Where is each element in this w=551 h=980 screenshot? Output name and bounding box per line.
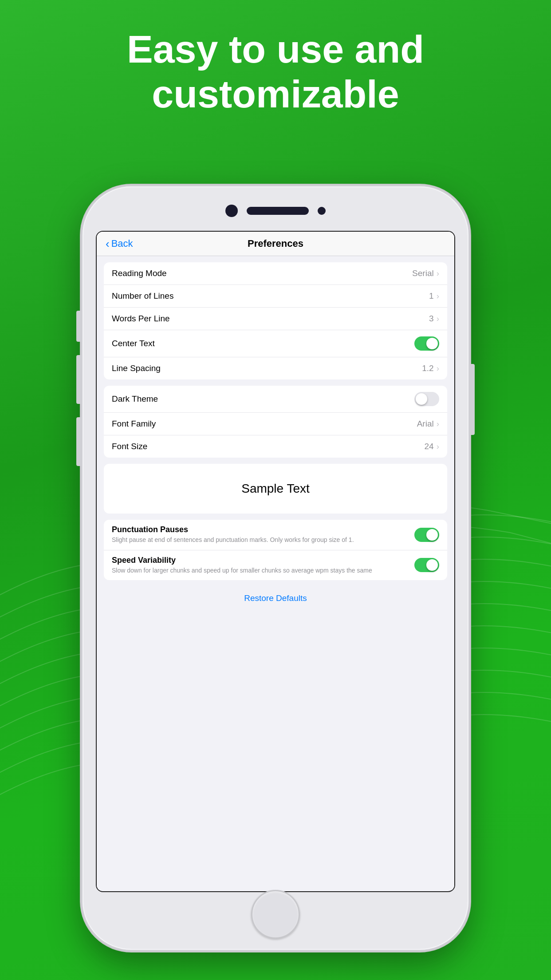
settings-group-2: Dark Theme Font Family Arial › Font S [104,386,447,458]
dark-theme-toggle[interactable] [414,392,439,406]
reading-mode-value: Serial › [412,269,439,278]
sample-text-box: Sample Text [104,464,447,514]
center-text-label: Center Text [112,339,155,348]
reading-mode-label: Reading Mode [112,269,167,278]
phone-camera [225,205,238,217]
number-of-lines-chevron-icon: › [437,291,439,301]
hero-title: Easy to use and customizable [0,27,551,116]
phone-screen: ‹ Back Preferences Reading Mode Serial › [96,231,455,892]
phone-power-button [468,364,475,435]
line-spacing-row[interactable]: Line Spacing 1.2 › [104,357,447,379]
speed-variability-label: Speed Variability [112,556,407,565]
phone-volume-up-button [76,355,83,404]
speed-variability-toggle-thumb [426,559,438,571]
font-size-label: Font Size [112,442,147,451]
reading-mode-chevron-icon: › [437,269,439,278]
words-per-line-row[interactable]: Words Per Line 3 › [104,308,447,330]
restore-defaults-section: Restore Defaults [97,586,454,610]
punctuation-pauses-toggle-thumb [426,529,438,541]
words-per-line-label: Words Per Line [112,314,170,324]
speed-variability-text: Speed Variability Slow down for larger c… [112,556,407,575]
font-family-chevron-icon: › [437,419,439,429]
speed-variability-desc: Slow down for larger chunks and speed up… [112,566,407,575]
line-spacing-value: 1.2 › [422,364,439,373]
words-per-line-chevron-icon: › [437,314,439,324]
font-size-value: 24 › [425,442,439,451]
phone-mockup: ‹ Back Preferences Reading Mode Serial › [83,186,468,950]
page-title: Preferences [248,238,303,249]
punctuation-pauses-label: Punctuation Pauses [112,525,407,534]
words-per-line-value: 3 › [429,314,439,324]
phone-mute-button [76,311,83,342]
number-of-lines-row[interactable]: Number of Lines 1 › [104,285,447,308]
back-label: Back [111,238,133,249]
back-button[interactable]: ‹ Back [106,238,133,249]
phone-shell: ‹ Back Preferences Reading Mode Serial › [83,186,468,950]
number-of-lines-label: Number of Lines [112,291,173,301]
punctuation-pauses-toggle[interactable] [414,528,439,542]
font-family-label: Font Family [112,419,156,429]
nav-bar: ‹ Back Preferences [97,232,454,256]
font-family-row[interactable]: Font Family Arial › [104,413,447,435]
back-chevron-icon: ‹ [106,238,110,249]
punctuation-pauses-desc: Slight pause at end of sentences and pun… [112,536,407,545]
center-text-row[interactable]: Center Text [104,330,447,357]
phone-speaker [247,207,309,215]
dark-theme-toggle-thumb [416,393,427,405]
punctuation-pauses-text: Punctuation Pauses Slight pause at end o… [112,525,407,545]
center-text-toggle-thumb [426,338,438,349]
restore-defaults-button[interactable]: Restore Defaults [244,593,307,603]
line-spacing-label: Line Spacing [112,364,161,373]
phone-home-button[interactable] [251,890,300,939]
speed-variability-toggle[interactable] [414,558,439,572]
sample-text: Sample Text [241,482,310,495]
dark-theme-row[interactable]: Dark Theme [104,386,447,413]
line-spacing-chevron-icon: › [437,364,439,373]
reading-mode-row[interactable]: Reading Mode Serial › [104,262,447,285]
phone-volume-down-button [76,417,83,466]
settings-content: Reading Mode Serial › Number of Lines 1 … [97,256,454,890]
settings-group-1: Reading Mode Serial › Number of Lines 1 … [104,262,447,379]
font-size-row[interactable]: Font Size 24 › [104,435,447,458]
settings-group-3: Punctuation Pauses Slight pause at end o… [104,520,447,580]
phone-facecam [318,207,326,215]
center-text-toggle[interactable] [414,336,439,351]
speed-variability-row[interactable]: Speed Variability Slow down for larger c… [104,550,447,581]
phone-top-bar [218,200,333,222]
number-of-lines-value: 1 › [429,291,439,301]
punctuation-pauses-row[interactable]: Punctuation Pauses Slight pause at end o… [104,520,447,550]
font-size-chevron-icon: › [437,442,439,451]
font-family-value: Arial › [417,419,439,429]
dark-theme-label: Dark Theme [112,394,158,404]
